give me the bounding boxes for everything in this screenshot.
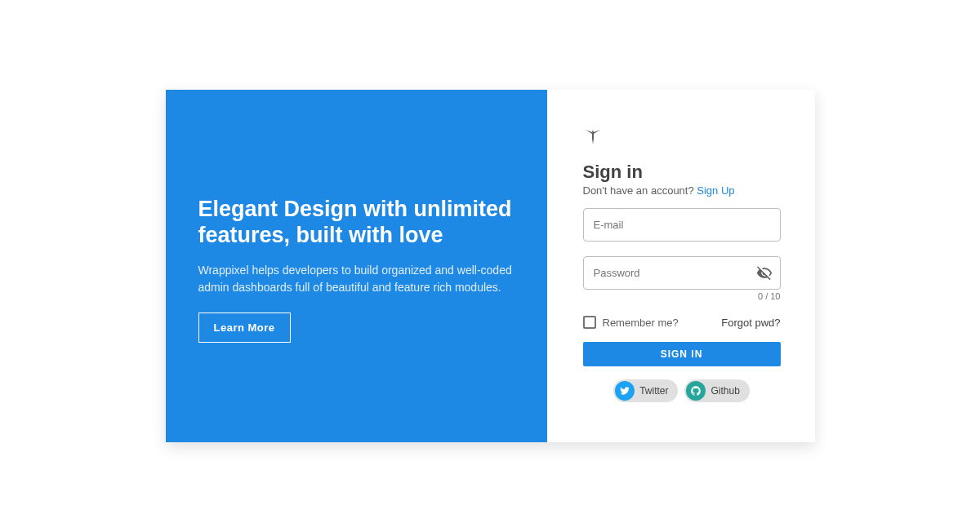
github-chip[interactable]: Github [684,379,749,402]
promo-panel: Elegant Design with unlimited features, … [166,90,547,442]
remember-checkbox[interactable] [583,316,596,329]
promo-text: Wrappixel helps developers to build orga… [198,262,514,296]
github-label: Github [710,385,739,397]
twitter-chip[interactable]: Twitter [613,379,678,402]
email-field[interactable] [583,208,781,242]
signin-panel: Sign in Don't have an account? Sign Up 0… [547,90,815,442]
signin-title: Sign in [583,162,781,183]
signup-prompt: Don't have an account? Sign Up [583,184,781,197]
github-icon [686,381,706,401]
signup-link[interactable]: Sign Up [697,184,734,197]
visibility-off-icon[interactable] [756,265,773,282]
remember-label: Remember me? [603,317,679,329]
remember-wrapper: Remember me? [583,316,679,329]
social-row: Twitter Github [583,379,781,402]
twitter-icon [615,381,635,401]
twitter-label: Twitter [639,385,668,397]
auth-card: Elegant Design with unlimited features, … [166,90,815,442]
logo-icon [583,127,603,147]
options-row: Remember me? Forgot pwd? [583,316,781,329]
password-char-counter: 0 / 10 [583,291,781,301]
forgot-password-link[interactable]: Forgot pwd? [721,317,780,329]
no-account-text: Don't have an account? [583,184,697,197]
signin-button[interactable]: SIGN IN [583,342,781,366]
promo-title: Elegant Design with unlimited features, … [198,196,514,249]
password-field[interactable] [583,256,781,290]
learn-more-button[interactable]: Learn More [198,313,291,343]
password-wrapper [583,256,781,290]
